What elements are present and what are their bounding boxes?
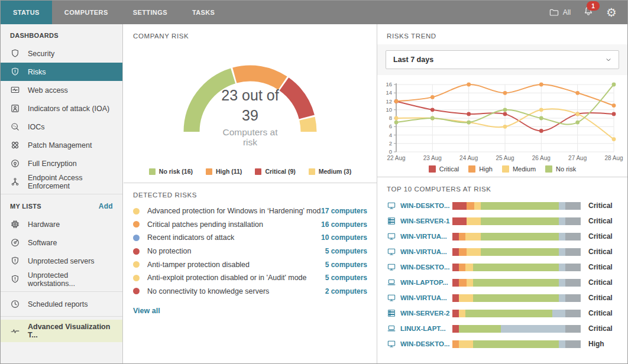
legend-item: No risk (16) xyxy=(149,168,193,175)
desktop-icon xyxy=(387,247,396,256)
sidebar-item-security[interactable]: Security xyxy=(1,44,122,63)
gauge-total: 39 xyxy=(197,106,303,126)
sidebar-item-iocs[interactable]: IOCs xyxy=(1,118,122,136)
nav-tabs: STATUSCOMPUTERSSETTINGSTASKS xyxy=(1,1,227,24)
sidebar-item-indicators-of-attack-ioa[interactable]: Indicators of attack (IOA) xyxy=(1,99,122,118)
computer-name-link[interactable]: WIN-SERVER-1 xyxy=(400,217,452,225)
computers-count-link[interactable]: 5 computers xyxy=(325,274,367,282)
sidebar-item-endpoint-access-enforcement[interactable]: Endpoint Access Enforcement xyxy=(1,173,122,191)
risks-trend-panel: RISKS TREND Last 7 days 024681012141622 … xyxy=(377,24,627,177)
gear-icon[interactable]: ⚙ xyxy=(606,6,617,18)
sidebar-item-web-access[interactable]: Web access xyxy=(1,81,122,99)
notifications-button[interactable]: 1 xyxy=(582,5,594,20)
sidebar-item-label: IOCs xyxy=(28,123,44,131)
computer-name-link[interactable]: WIN-LAPTOP... xyxy=(400,279,452,286)
risk-label: Anti-exploit protection disabled or in '… xyxy=(147,274,325,282)
bar-segment-ok xyxy=(465,310,553,317)
bar-segment-critical xyxy=(452,202,467,210)
bar-segment-ok xyxy=(481,217,559,225)
bar-segment-na xyxy=(565,325,581,333)
computer-name-link[interactable]: WIN-SERVER-2 xyxy=(400,310,452,317)
sidebar-item-label: Risks xyxy=(28,68,46,76)
computers-count-link[interactable]: 10 computers xyxy=(321,233,367,242)
risk-distribution-bar xyxy=(452,340,581,348)
computers-count-link[interactable]: 5 computers xyxy=(325,247,367,255)
detected-risks-title: DETECTED RISKS xyxy=(124,183,377,199)
computers-count-link[interactable]: 17 computers xyxy=(321,207,367,215)
severity-dot xyxy=(133,275,140,281)
desktop-icon xyxy=(387,262,396,272)
console-window: STATUSCOMPUTERSSETTINGSTASKS All 1 ⚙ DAS… xyxy=(0,0,628,364)
computer-name-link[interactable]: WIN-DESKTO... xyxy=(400,340,452,347)
bar-segment-critical xyxy=(452,310,459,317)
computer-name-link[interactable]: WIN-VIRTUA... xyxy=(400,233,452,240)
sidebar-item-unprotected-workstations[interactable]: Unprotected workstations... xyxy=(1,270,122,288)
detected-risks-panel: DETECTED RISKS Advanced protection for W… xyxy=(124,183,377,363)
risk-level-label: Critical xyxy=(588,232,618,240)
sidebar-item-patch-management[interactable]: Patch Management xyxy=(1,136,122,154)
detected-risk-row: Recent indicators of attack10 computers xyxy=(124,231,377,245)
bar-segment-unknown xyxy=(559,340,565,348)
computer-name-link[interactable]: WIN-DESKTO... xyxy=(400,202,452,209)
risk-level-label: Critical xyxy=(588,294,618,302)
laptop-icon xyxy=(387,278,396,287)
bar-segment-ok xyxy=(473,279,559,287)
sidebar-item-hardware[interactable]: Hardware xyxy=(1,215,122,233)
desktop-icon xyxy=(387,232,396,241)
svg-text:10: 10 xyxy=(386,106,392,113)
sidebar-item-risks[interactable]: Risks xyxy=(1,63,122,81)
svg-text:25 Aug: 25 Aug xyxy=(496,155,514,161)
sidebar-item-software[interactable]: Software xyxy=(1,233,122,252)
legend-label: High (11) xyxy=(216,168,242,175)
sidebar-item-full-encryption[interactable]: Full Encryption xyxy=(1,154,122,173)
sidebar-divider xyxy=(1,316,122,317)
bar-segment-na xyxy=(565,217,581,225)
bar-segment-high xyxy=(459,248,467,256)
risk-label: Anti-tamper protection disabled xyxy=(147,261,325,269)
computer-row: WIN-DESKTO...Critical xyxy=(387,259,618,275)
sidebar-item-advanced-visualization-t[interactable]: Advanced Visualization T... xyxy=(1,320,122,342)
svg-text:4: 4 xyxy=(389,132,392,138)
severity-dot xyxy=(133,261,140,268)
tab-settings[interactable]: SETTINGS xyxy=(121,1,180,24)
risks-trend-chart: 024681012141622 Aug23 Aug24 Aug25 Aug26 … xyxy=(378,81,623,164)
dashboard-area: COMPANY RISK 23 out of 39 Computers at r… xyxy=(124,24,627,363)
computer-name-link[interactable]: LINUX-LAPT... xyxy=(400,325,452,332)
computers-count-link[interactable]: 2 computers xyxy=(325,287,367,295)
svg-text:2: 2 xyxy=(389,140,392,147)
ioc-icon xyxy=(10,122,20,132)
view-all-link[interactable]: View all xyxy=(133,307,160,315)
sidebar-item-label: Indicators of attack (IOA) xyxy=(28,105,109,113)
sidebar-item-label: Full Encryption xyxy=(28,160,77,168)
sidebar-divider xyxy=(1,291,122,292)
bar-segment-na xyxy=(565,310,581,317)
sidebar-section-header: DASHBOARDS xyxy=(1,27,122,44)
sidebar-item-scheduled-reports[interactable]: Scheduled reports xyxy=(1,295,122,313)
nav-right-tools: All 1 ⚙ xyxy=(549,1,627,24)
risk-distribution-bar xyxy=(452,310,581,317)
computer-name-link[interactable]: WIN-DESKTO... xyxy=(400,264,452,271)
add-list-link[interactable]: Add xyxy=(99,202,113,210)
sidebar-item-unprotected-servers[interactable]: Unprotected servers xyxy=(1,252,122,270)
tab-computers[interactable]: COMPUTERS xyxy=(52,1,121,24)
sidebar-item-label: Security xyxy=(28,50,54,58)
ioa-icon xyxy=(10,103,20,113)
computers-count-link[interactable]: 5 computers xyxy=(325,261,367,269)
computers-count-link[interactable]: 16 computers xyxy=(321,220,367,229)
legend-label: Medium (3) xyxy=(319,168,351,175)
legend-swatch xyxy=(429,165,436,173)
detected-risk-row: Critical patches pending installation16 … xyxy=(124,218,377,232)
tab-tasks[interactable]: TASKS xyxy=(180,1,227,24)
computer-filter-button[interactable]: All xyxy=(549,7,571,18)
computer-row: LINUX-LAPT...Critical xyxy=(387,321,618,336)
pulse-icon xyxy=(10,326,20,336)
computer-name-link[interactable]: WIN-VIRTUA... xyxy=(400,248,452,255)
tab-status[interactable]: STATUS xyxy=(1,1,52,24)
sidebar-section-title: MY LISTS xyxy=(10,203,41,210)
computer-name-link[interactable]: WIN-VIRTUA... xyxy=(400,294,452,301)
computer-row: WIN-VIRTUA...Critical xyxy=(387,290,618,306)
svg-text:0: 0 xyxy=(389,148,392,155)
bar-segment-medium xyxy=(474,202,481,210)
time-range-select[interactable]: Last 7 days xyxy=(386,50,619,69)
bar-segment-medium xyxy=(467,248,481,256)
